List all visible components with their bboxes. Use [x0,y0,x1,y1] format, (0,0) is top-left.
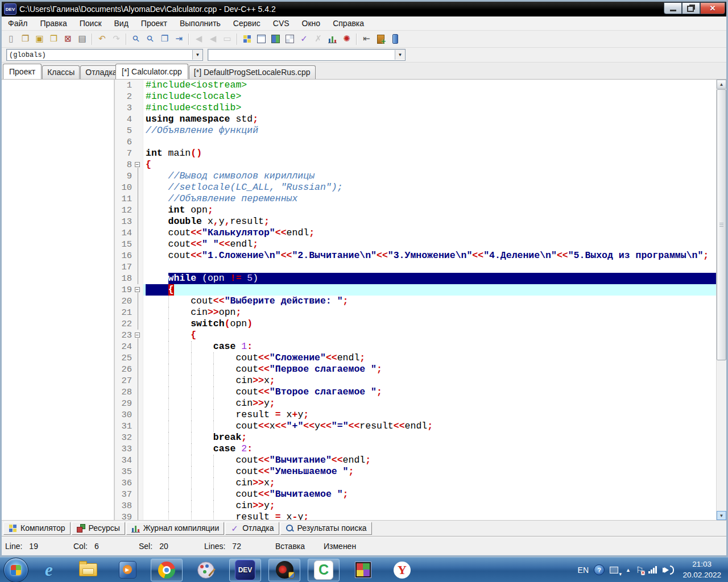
taskbar-internet-explorer[interactable]: e [33,559,65,581]
bottom-tab-compiler[interactable]: Компилятор [3,522,71,535]
menu-tools[interactable]: Сервис [227,19,267,28]
code-line-3[interactable]: 3#include<cstdlib> [115,102,716,114]
code-line-2[interactable]: 2#include<clocale> [115,91,716,102]
bottom-tab-search-results[interactable]: Результаты поиска [280,522,372,535]
members-combobox[interactable]: ▼ [208,49,406,61]
code-line-31[interactable]: 31 cout<<x<<"+"<<y<<"="<<result<<endl; [115,421,716,432]
network-signal-icon[interactable] [648,566,657,573]
code-line-1[interactable]: 1#include<iostream> [115,80,716,91]
project-panel[interactable] [2,80,115,520]
code-line-14[interactable]: 14 cout<<"Калькулятор"<<endl; [115,227,716,239]
compile-and-run-button[interactable] [268,32,283,46]
editor-tab-defaultprog[interactable]: [*] DefaultProgSetLocaleRus.cpp [189,65,316,79]
code-line-23[interactable]: 23 { [115,330,716,341]
bottom-tab-compile-log[interactable]: Журнал компиляции [126,522,224,535]
code-line-5[interactable]: 5//Объявление функций [115,125,716,136]
undo-button[interactable]: ↶ [95,32,109,46]
menu-file[interactable]: Файл [2,19,34,28]
code-line-38[interactable]: 38 cin>>y; [115,500,716,512]
code-line-6[interactable]: 6 [115,136,716,148]
code-line-30[interactable]: 30 result = x+y; [115,409,716,421]
code-line-29[interactable]: 29 cin>>y; [115,398,716,409]
rebuild-all-button[interactable] [283,32,297,46]
replace-button[interactable]: ❐ [158,32,172,46]
compile-button[interactable] [240,32,254,46]
show-hidden-icons[interactable]: ▲ [626,567,631,573]
code-line-8[interactable]: 8{ [115,159,716,171]
goto-line-button[interactable]: ⇥ [172,32,186,46]
vertical-scrollbar[interactable]: ▲ ▼ [716,80,726,520]
taskbar-camtasia[interactable]: C [308,559,340,581]
code-line-27[interactable]: 27 cin>>x; [115,375,716,386]
code-line-19[interactable]: 19{ [115,284,716,296]
syntax-check-button[interactable]: ✓ [297,32,311,46]
fold-marker-icon[interactable] [134,330,143,341]
action-center-flag-icon[interactable]: ⚐ [636,565,643,575]
code-line-39[interactable]: 39 result = x-y; [115,512,716,520]
toggle-bookmark-button[interactable] [388,32,402,46]
code-line-22[interactable]: 22 switch(opn) [115,318,716,330]
code-line-33[interactable]: 33 case 2: [115,443,716,455]
code-line-36[interactable]: 36 cin>>x; [115,477,716,489]
save-file-button[interactable]: ▣ [32,32,47,46]
taskbar-color-squares-app[interactable] [347,559,379,581]
display-tray-icon[interactable] [610,567,618,573]
clock[interactable]: 21:03 20.02.2022 [682,559,721,580]
help-tray-icon[interactable]: ? [594,564,605,575]
chevron-down-icon[interactable]: ▼ [192,50,202,60]
language-indicator[interactable]: EN [578,566,589,575]
globals-combobox[interactable]: (globals) ▼ [6,49,203,61]
close-button[interactable]: ✕ [700,2,725,14]
menu-window[interactable]: Окно [296,19,327,28]
open-file-button[interactable]: ❐ [18,32,32,46]
taskbar-windows-explorer[interactable] [72,559,104,581]
code-line-20[interactable]: 20 cout<<"Выберите действие: "; [115,296,716,307]
code-editor[interactable]: 1#include<iostream>2#include<clocale>3#i… [115,80,716,520]
code-line-9[interactable]: 9 //Вывод символов кириллицы [115,171,716,182]
bottom-tab-debug[interactable]: Отладка [225,522,279,535]
taskbar-media-player[interactable] [111,559,143,581]
code-line-25[interactable]: 25 cout<<"Сложение"<<endl; [115,352,716,364]
code-line-21[interactable]: 21 cin>>opn; [115,307,716,318]
taskbar-yandex-browser[interactable]: Y [386,559,418,581]
start-button[interactable] [3,558,28,582]
code-line-15[interactable]: 15 cout<<" "<<endl; [115,239,716,250]
taskbar-devcpp[interactable]: DEV [229,559,261,581]
code-line-13[interactable]: 13 double x,y,result; [115,216,716,227]
taskbar-chrome[interactable] [151,559,183,581]
menu-search[interactable]: Поиск [73,19,108,28]
code-line-37[interactable]: 37 cout<<"Вычитаемое "; [115,489,716,500]
code-line-4[interactable]: 4using namespace std; [115,114,716,125]
fold-marker-icon[interactable] [134,284,143,296]
find-in-files-button[interactable]: ⚲ [143,32,158,46]
volume-icon[interactable] [663,566,674,575]
insert-button[interactable]: ⇤ [359,32,374,46]
code-line-35[interactable]: 35 cout<<"Уменьшаемое "; [115,466,716,477]
print-button[interactable]: ▤ [75,32,89,46]
bottom-tab-resources[interactable]: Ресурсы [72,522,125,535]
taskbar-paint[interactable] [190,559,222,581]
menu-cvs[interactable]: CVS [267,19,296,28]
close-file-button[interactable]: ⊠ [61,32,75,46]
editor-tab-calculator[interactable]: [*] Calculator.cpp [115,64,188,79]
code-line-16[interactable]: 16 cout<<"1.Сложение\n"<<"2.Вычитание\n"… [115,250,716,261]
code-line-7[interactable]: 7int main() [115,148,716,159]
profile-button[interactable] [325,32,340,46]
find-button[interactable]: ⚲ [129,32,143,46]
scroll-up-icon[interactable]: ▲ [717,80,726,89]
code-line-11[interactable]: 11 //Объявление переменных [115,193,716,205]
run-button[interactable] [254,32,268,46]
tab-project[interactable]: Проект [3,64,42,79]
code-line-10[interactable]: 10 //setlocale(LC_ALL, "Russian"); [115,182,716,193]
menu-project[interactable]: Проект [135,19,173,28]
menu-edit[interactable]: Правка [34,19,73,28]
minimize-button[interactable] [664,2,682,14]
tab-classes[interactable]: Классы [42,65,80,79]
code-line-28[interactable]: 28 cout<<"Второе слагаемое "; [115,386,716,398]
code-line-32[interactable]: 32 break; [115,432,716,443]
scroll-down-icon[interactable]: ▼ [717,511,726,520]
restore-button[interactable] [682,2,700,14]
save-all-button[interactable]: ❒ [47,32,61,46]
chevron-down-icon[interactable]: ▼ [395,50,405,60]
new-file-button[interactable]: ▯ [4,32,18,46]
